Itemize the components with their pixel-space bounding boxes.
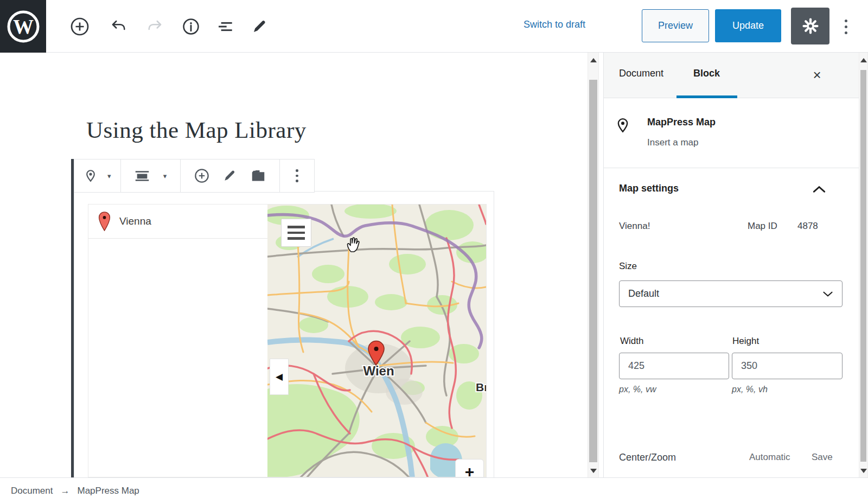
active-tab-underline xyxy=(676,95,737,98)
scrollbar-thumb[interactable] xyxy=(589,80,597,462)
size-select[interactable]: Default xyxy=(619,280,843,307)
height-units-hint: px, %, vh xyxy=(732,385,768,394)
map-zoom-in-button[interactable]: + xyxy=(455,459,484,477)
map-viewport[interactable]: Wien Br ◀ + xyxy=(267,205,486,477)
map-settings-heading[interactable]: Map settings xyxy=(619,183,679,194)
block-toolbar: ▾ ▾ xyxy=(74,159,315,193)
map-city-label: Wien xyxy=(363,363,394,378)
align-center-icon xyxy=(135,168,150,183)
center-zoom-save-button[interactable]: Save xyxy=(812,452,833,463)
more-tools-options-button[interactable] xyxy=(845,20,847,34)
breadcrumb-bar: Document → MapPress Map xyxy=(0,477,868,504)
post-title[interactable]: Using the Map Library xyxy=(86,117,307,143)
map-pin-icon xyxy=(84,169,98,183)
redo-button[interactable] xyxy=(142,0,168,53)
center-zoom-automatic-button[interactable]: Automatic xyxy=(749,452,790,463)
size-select-value: Default xyxy=(628,288,659,299)
tab-document[interactable]: Document xyxy=(619,68,663,79)
list-view-icon xyxy=(218,18,235,35)
inserter-toggle-button[interactable] xyxy=(67,0,93,53)
plus-icon: + xyxy=(465,463,475,477)
scroll-up-arrow[interactable] xyxy=(590,58,597,62)
left-triangle-icon: ◀ xyxy=(276,371,283,382)
map-panel-collapse-button[interactable]: ◀ xyxy=(270,359,289,395)
map-library-folder-icon[interactable] xyxy=(250,168,266,184)
edit-mode-button[interactable] xyxy=(246,0,272,53)
map-id-value: 4878 xyxy=(797,221,818,232)
editor-header: W xyxy=(0,0,868,53)
switch-to-draft-button[interactable]: Switch to draft xyxy=(524,19,585,30)
breadcrumb-arrow-icon: → xyxy=(60,486,69,496)
plus-circle-icon xyxy=(70,17,90,36)
scroll-down-arrow[interactable] xyxy=(860,469,867,473)
settings-toggle-button[interactable] xyxy=(791,8,829,44)
add-marker-icon[interactable] xyxy=(194,168,209,183)
width-label: Width xyxy=(620,336,643,347)
marker-list-item[interactable]: Vienna xyxy=(88,205,267,239)
scrollbar-thumb[interactable] xyxy=(860,70,866,462)
block-action-group xyxy=(181,160,280,192)
marker-list-panel: Vienna xyxy=(88,205,267,477)
red-marker-icon xyxy=(98,212,111,231)
wordpress-block-editor: W xyxy=(0,0,868,504)
breadcrumb-current-block[interactable]: MapPress Map xyxy=(77,486,139,496)
hamburger-icon xyxy=(288,226,305,228)
mappress-map-block: Vienna xyxy=(88,204,487,477)
sidebar-tabs: Document Block × xyxy=(604,53,859,98)
svg-text:W: W xyxy=(13,15,34,38)
block-navigation-button[interactable] xyxy=(213,0,239,53)
map-id-label: Map ID xyxy=(748,221,777,232)
chevron-up-icon[interactable] xyxy=(812,184,826,194)
height-label: Height xyxy=(732,336,759,347)
info-icon xyxy=(182,17,200,36)
scroll-up-arrow[interactable] xyxy=(860,58,867,62)
undo-button[interactable] xyxy=(105,0,131,53)
map-layers-menu-button[interactable] xyxy=(281,219,311,247)
settings-sidebar: Document Block × MapPress Map Insert a m… xyxy=(603,53,859,477)
ellipsis-vertical-icon xyxy=(296,169,298,182)
preview-button[interactable]: Preview xyxy=(642,9,709,42)
edit-pencil-icon[interactable] xyxy=(222,169,237,183)
center-zoom-label: Center/Zoom xyxy=(619,452,676,463)
sidebar-scrollbar[interactable] xyxy=(859,53,868,477)
chevron-down-icon: ▾ xyxy=(107,173,111,180)
content-scrollbar[interactable] xyxy=(588,53,599,477)
divider xyxy=(604,168,859,168)
gear-icon xyxy=(801,17,820,35)
map-pin-icon xyxy=(616,118,630,134)
block-more-options-button[interactable] xyxy=(280,160,314,192)
content-structure-button[interactable] xyxy=(178,0,204,53)
map-name-value: Vienna! xyxy=(619,221,650,232)
block-switcher-button[interactable]: ▾ xyxy=(74,160,121,192)
close-sidebar-button[interactable]: × xyxy=(808,66,826,84)
redo-icon xyxy=(147,18,163,35)
alignment-button[interactable]: ▾ xyxy=(121,160,181,192)
close-icon: × xyxy=(813,67,821,84)
pencil-icon xyxy=(251,18,267,35)
width-input[interactable] xyxy=(619,353,729,379)
wordpress-logo-icon: W xyxy=(7,10,40,43)
scroll-down-arrow[interactable] xyxy=(590,469,597,473)
block-card-description: Insert a map xyxy=(647,137,699,148)
tab-block[interactable]: Block xyxy=(693,68,720,79)
width-units-hint: px, %, vw xyxy=(619,385,656,394)
height-input[interactable] xyxy=(732,353,843,379)
chevron-down-icon: ▾ xyxy=(163,173,167,180)
undo-icon xyxy=(110,18,126,35)
block-card-title: MapPress Map xyxy=(647,117,716,128)
chevron-down-icon xyxy=(822,290,833,298)
size-label: Size xyxy=(619,261,637,272)
marker-list-label: Vienna xyxy=(119,215,151,227)
breadcrumb-document[interactable]: Document xyxy=(11,486,53,496)
map-edge-label: Br xyxy=(476,381,486,393)
update-button[interactable]: Update xyxy=(715,9,781,42)
wordpress-logo[interactable]: W xyxy=(0,0,46,53)
selected-block-indicator xyxy=(71,159,74,477)
